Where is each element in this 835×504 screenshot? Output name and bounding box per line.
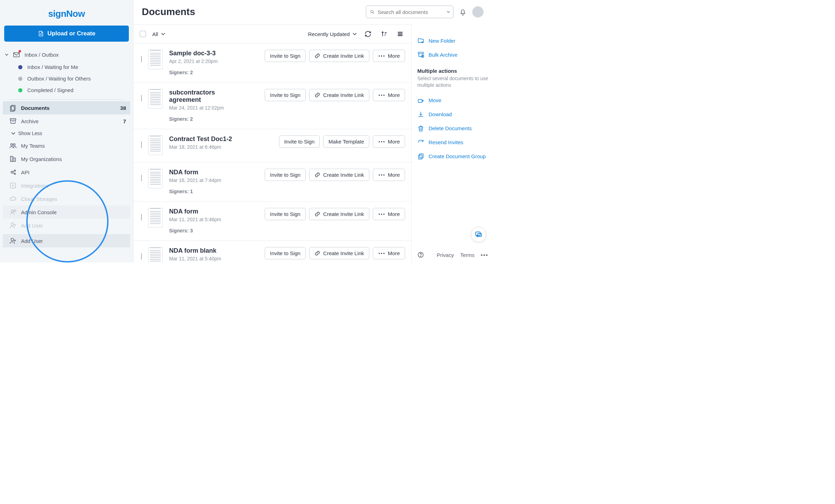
- row-checkbox[interactable]: [141, 56, 142, 62]
- resend-invites-link[interactable]: Resend Invites: [417, 135, 490, 149]
- bulk-archive-link[interactable]: Bulk Archive: [417, 48, 490, 62]
- svg-point-31: [383, 214, 384, 215]
- svg-point-28: [383, 174, 384, 175]
- my-organizations-item[interactable]: My Organizations: [3, 152, 130, 166]
- create-document-group-link[interactable]: Create Document Group: [417, 149, 490, 163]
- help-icon[interactable]: [417, 251, 424, 258]
- svg-point-12: [11, 210, 13, 212]
- more-button[interactable]: More: [373, 247, 405, 259]
- search-box[interactable]: [366, 6, 453, 18]
- document-title[interactable]: subcontractors agreement: [169, 89, 246, 104]
- right-action-label: Delete Documents: [429, 125, 472, 131]
- inbox-status-item[interactable]: Outbox / Waiting for Others: [14, 73, 130, 84]
- row-checkbox[interactable]: [141, 141, 142, 148]
- sort-direction-button[interactable]: [379, 29, 389, 39]
- create-invite-link-button[interactable]: Create Invite Link: [309, 208, 369, 220]
- row-checkbox[interactable]: [141, 214, 142, 220]
- document-date: Mar 11, 2021 at 5:46pm: [169, 217, 246, 222]
- user-avatar[interactable]: [472, 6, 483, 18]
- document-thumbnail[interactable]: [148, 169, 163, 188]
- move-link[interactable]: Move: [417, 93, 490, 107]
- sidebar-item-label: Cloud Storages: [21, 196, 57, 202]
- create-invite-link-button[interactable]: Create Invite Link: [309, 169, 369, 181]
- notifications-bell-icon[interactable]: [459, 8, 467, 16]
- document-title[interactable]: NDA form: [169, 169, 246, 176]
- svg-point-24: [381, 141, 382, 142]
- invite-to-sign-button[interactable]: Invite to Sign: [265, 50, 306, 62]
- folder-count: 7: [123, 118, 126, 124]
- invite-to-sign-button[interactable]: Invite to Sign: [279, 135, 320, 148]
- search-dropdown-caret-icon[interactable]: [447, 10, 450, 14]
- document-date: Mar 18, 2021 at 6:46pm: [169, 144, 246, 150]
- documents-folder-item[interactable]: Documents 38: [3, 101, 130, 114]
- inbox-outbox-label: Inbox / Outbox: [25, 52, 59, 58]
- more-button[interactable]: More: [373, 208, 405, 220]
- sidebar-item-label: My Teams: [21, 143, 45, 149]
- document-title[interactable]: NDA form blank: [169, 247, 246, 254]
- make-template-button[interactable]: Make Template: [323, 135, 369, 148]
- invite-to-sign-button[interactable]: Invite to Sign: [265, 169, 306, 181]
- footer-more-icon[interactable]: •••: [481, 252, 488, 258]
- inbox-outbox-toggle[interactable]: Inbox / Outbox: [3, 48, 130, 61]
- new-folder-icon: [417, 37, 424, 44]
- document-thumbnail[interactable]: [148, 135, 163, 155]
- search-input[interactable]: [377, 9, 444, 15]
- svg-rect-7: [13, 158, 15, 161]
- status-label: Completed / Signed: [27, 87, 74, 93]
- upload-or-create-button[interactable]: Upload or Create: [4, 26, 129, 42]
- multiple-actions-subtitle: Select several documents to use multiple…: [417, 75, 490, 89]
- status-label: Outbox / Waiting for Others: [27, 76, 91, 82]
- inbox-status-item[interactable]: Inbox / Waiting for Me: [14, 61, 130, 73]
- more-button[interactable]: More: [373, 135, 405, 148]
- documents-icon: [9, 104, 17, 112]
- refresh-button[interactable]: [363, 29, 373, 39]
- row-checkbox[interactable]: [141, 253, 142, 260]
- create-invite-link-button[interactable]: Create Invite Link: [309, 89, 369, 101]
- cloud-storages-item[interactable]: Cloud Storages: [3, 192, 130, 205]
- document-thumbnail[interactable]: [148, 89, 163, 108]
- filter-all-dropdown[interactable]: All: [152, 31, 165, 37]
- more-button[interactable]: More: [373, 50, 405, 62]
- more-button[interactable]: More: [373, 89, 405, 101]
- right-action-label: Resend Invites: [429, 139, 463, 145]
- invite-to-sign-button[interactable]: Invite to Sign: [265, 208, 306, 220]
- privacy-link[interactable]: Privacy: [437, 252, 454, 258]
- add-user-item[interactable]: Add User: [3, 219, 130, 232]
- archive-folder-item[interactable]: Archive 7: [3, 114, 130, 128]
- select-all-checkbox[interactable]: [140, 31, 146, 37]
- row-checkbox[interactable]: [141, 95, 142, 102]
- delete-documents-link[interactable]: Delete Documents: [417, 121, 490, 135]
- new-folder-link[interactable]: New Folder: [417, 34, 490, 48]
- row-checkbox[interactable]: [141, 175, 142, 181]
- chat-fab[interactable]: [471, 227, 486, 242]
- integrations-item[interactable]: Integrations: [3, 179, 130, 192]
- document-title[interactable]: Sample doc-3-3: [169, 50, 246, 57]
- api-item[interactable]: API: [3, 166, 130, 179]
- document-thumbnail[interactable]: [148, 247, 163, 262]
- create-invite-link-button[interactable]: Create Invite Link: [309, 50, 369, 62]
- view-density-button[interactable]: [395, 29, 405, 39]
- invite-to-sign-button[interactable]: Invite to Sign: [265, 247, 306, 259]
- document-title[interactable]: NDA form: [169, 208, 246, 215]
- download-link[interactable]: Download: [417, 107, 490, 121]
- invite-to-sign-button[interactable]: Invite to Sign: [265, 89, 306, 101]
- document-title[interactable]: Contract Test Doc1-2: [169, 135, 246, 143]
- my-teams-item[interactable]: My Teams: [3, 139, 130, 152]
- add-user-icon: [9, 222, 17, 229]
- svg-point-17: [378, 55, 380, 56]
- create-invite-link-button[interactable]: Create Invite Link: [309, 247, 369, 259]
- filter-label: All: [152, 31, 158, 37]
- show-less-toggle[interactable]: Show Less: [3, 128, 130, 139]
- folder-label: Documents: [21, 105, 50, 111]
- svg-point-9: [14, 170, 16, 172]
- more-button[interactable]: More: [373, 169, 405, 181]
- terms-link[interactable]: Terms: [460, 252, 474, 258]
- sort-dropdown[interactable]: Recently Updated: [308, 31, 357, 37]
- inbox-status-item[interactable]: Completed / Signed: [14, 84, 130, 96]
- document-thumbnail[interactable]: [148, 208, 163, 227]
- document-list: Sample doc-3-3 Apr 2, 2021 at 2:20pm Sig…: [133, 43, 411, 262]
- sidebar-item-label: My Organizations: [21, 156, 62, 162]
- document-thumbnail[interactable]: [148, 50, 163, 69]
- add-user-bottom-button[interactable]: Add User: [3, 234, 130, 247]
- admin-console-item[interactable]: Admin Console: [3, 205, 130, 219]
